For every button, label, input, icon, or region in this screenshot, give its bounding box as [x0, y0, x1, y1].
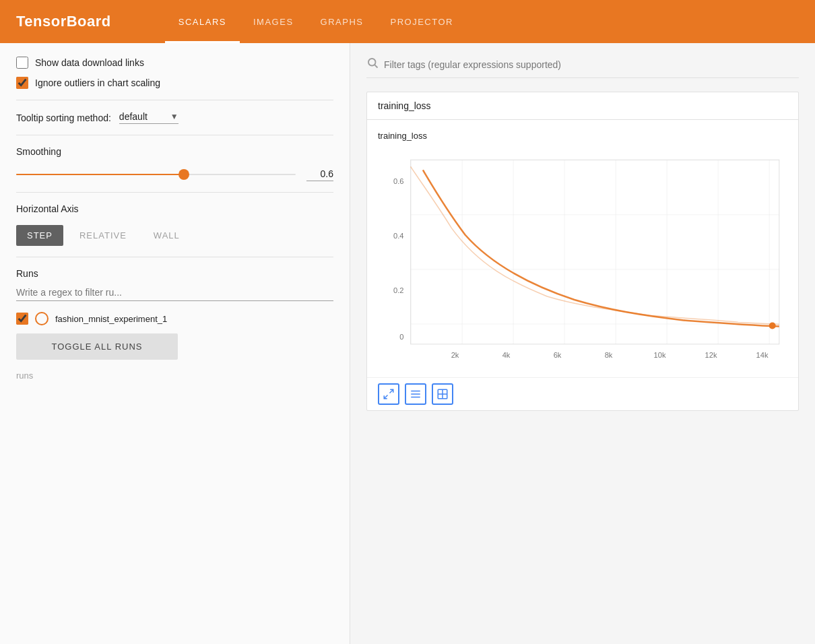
svg-text:4k: 4k	[502, 351, 511, 359]
axis-step-button[interactable]: STEP	[16, 225, 63, 246]
toggle-all-button[interactable]: TOGGLE ALL RUNS	[16, 333, 178, 360]
svg-rect-6	[411, 160, 779, 344]
runs-section: Runs fashion_mnist_experiment_1 TOGGLE A…	[16, 268, 333, 381]
svg-text:0.4: 0.4	[393, 232, 403, 240]
svg-line-16	[390, 390, 393, 393]
show-download-label: Show data download links	[35, 57, 144, 68]
divider-4	[16, 257, 333, 257]
svg-text:2k: 2k	[451, 351, 459, 359]
chart-panel-title: training_loss	[367, 92, 798, 120]
run-color-indicator	[35, 312, 48, 325]
svg-point-0	[368, 59, 376, 66]
divider-3	[16, 192, 333, 193]
chart-container: 0.6 0.4 0.2 0	[378, 146, 787, 366]
app-header: TensorBoard SCALARS IMAGES GRAPHS PROJEC…	[0, 0, 815, 43]
run-checkbox[interactable]	[16, 313, 28, 325]
app-logo: TensorBoard	[16, 13, 111, 30]
chart-svg: 0.6 0.4 0.2 0	[378, 146, 787, 364]
nav-scalars[interactable]: SCALARS	[165, 0, 240, 43]
fit-axes-button[interactable]	[432, 383, 453, 405]
runs-footer-label: runs	[16, 371, 333, 381]
run-item: fashion_mnist_experiment_1	[16, 312, 333, 325]
main-nav: SCALARS IMAGES GRAPHS PROJECTOR	[165, 0, 467, 43]
divider-2	[16, 135, 333, 135]
select-arrow-icon: ▼	[170, 112, 178, 121]
fit-to-data-button[interactable]	[378, 383, 399, 405]
horizontal-axis-label: Horizontal Axis	[16, 203, 333, 214]
ignore-outliers-label: Ignore outliers in chart scaling	[35, 77, 160, 88]
svg-text:0.2: 0.2	[393, 286, 403, 294]
runs-title: Runs	[16, 268, 333, 279]
chart-toolbar	[367, 377, 798, 410]
svg-text:6k: 6k	[554, 351, 562, 359]
sidebar: Show data download links Ignore outliers…	[0, 43, 350, 644]
svg-point-8	[769, 322, 776, 329]
main-layout: Show data download links Ignore outliers…	[0, 43, 815, 644]
axis-wall-button[interactable]: WALL	[143, 225, 191, 246]
svg-text:0.6: 0.6	[393, 177, 403, 185]
svg-text:10k: 10k	[654, 351, 666, 359]
ignore-outliers-checkbox-row[interactable]: Ignore outliers in chart scaling	[16, 77, 333, 89]
smoothing-row: 0.6	[16, 168, 333, 181]
svg-line-17	[384, 395, 387, 399]
filter-bar	[366, 57, 799, 78]
show-download-checkbox-row[interactable]: Show data download links	[16, 57, 333, 69]
svg-text:8k: 8k	[605, 351, 613, 359]
chart-panel: training_loss training_loss 0.6	[366, 92, 799, 411]
chart-body: training_loss 0.6 0.4 0.2	[367, 120, 798, 377]
search-icon	[366, 57, 379, 72]
tooltip-sort-row: Tooltip sorting method: default descendi…	[16, 111, 333, 124]
divider-1	[16, 100, 333, 100]
ignore-outliers-checkbox[interactable]	[16, 77, 28, 89]
smoothing-section: Smoothing 0.6	[16, 146, 333, 181]
nav-images[interactable]: IMAGES	[240, 0, 307, 43]
run-name-label: fashion_mnist_experiment_1	[55, 314, 167, 324]
svg-line-1	[374, 65, 377, 67]
axis-relative-button[interactable]: RELATIVE	[69, 225, 137, 246]
smoothing-value: 0.6	[306, 168, 333, 181]
runs-filter-input[interactable]	[16, 287, 333, 301]
legend-button[interactable]	[405, 383, 426, 405]
tooltip-sort-label: Tooltip sorting method:	[16, 112, 111, 123]
horizontal-axis-section: Horizontal Axis STEP RELATIVE WALL	[16, 203, 333, 246]
smoothing-title: Smoothing	[16, 146, 333, 157]
svg-text:14k: 14k	[756, 351, 769, 359]
smoothing-slider-container	[16, 168, 296, 181]
nav-graphs[interactable]: GRAPHS	[307, 0, 377, 43]
filter-tags-input[interactable]	[384, 59, 799, 70]
tooltip-sort-wrapper: default descending ascending nearest ▼	[119, 111, 178, 124]
svg-text:12k: 12k	[705, 351, 717, 359]
main-content: training_loss training_loss 0.6	[350, 43, 815, 644]
show-download-checkbox[interactable]	[16, 57, 28, 69]
svg-text:0: 0	[399, 333, 403, 341]
chart-title: training_loss	[378, 131, 787, 141]
axis-buttons-group: STEP RELATIVE WALL	[16, 225, 333, 246]
nav-projector[interactable]: PROJECTOR	[377, 0, 466, 43]
